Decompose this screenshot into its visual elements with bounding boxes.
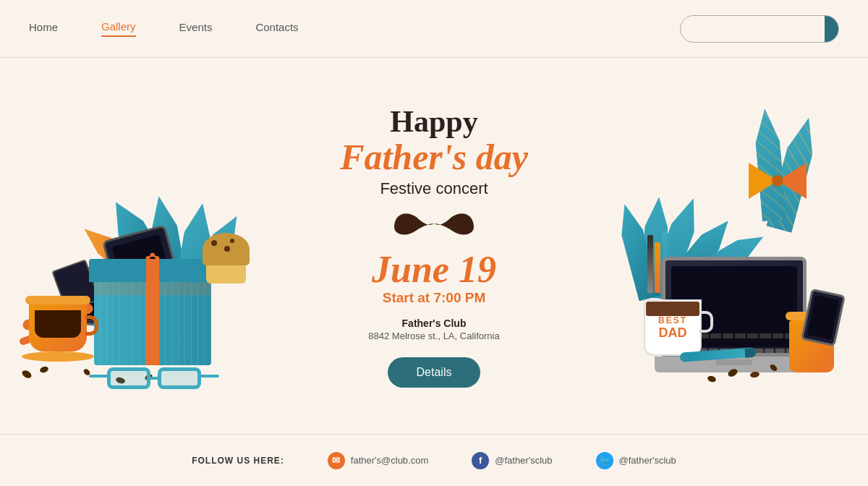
festive-label: Festive concert (318, 179, 550, 198)
venue-name: Father's Club (318, 317, 550, 329)
r-bean-3 (749, 371, 760, 378)
search-bar: Search (680, 15, 839, 43)
footer: FOLLOW US HERE: ✉ father's@club.com f @f… (0, 434, 868, 486)
facebook-icon: f (472, 452, 489, 469)
nav-events[interactable]: Events (179, 21, 213, 36)
follow-label: FOLLOW US HERE: (192, 456, 284, 466)
main-nav: Home Gallery Events Contacts (29, 20, 299, 37)
email-link[interactable]: father's@club.com (351, 455, 428, 466)
nav-gallery[interactable]: Gallery (101, 20, 136, 37)
time-label: Start at 7:00 PM (318, 290, 550, 306)
nav-home[interactable]: Home (29, 21, 58, 36)
glasses (107, 367, 201, 389)
gift-box: ✿ (94, 259, 216, 365)
facebook-item: f @father'sclub (472, 452, 552, 469)
twitter-icon: 🐦 (596, 452, 613, 469)
bean-2 (39, 365, 49, 374)
email-item: ✉ father's@club.com (328, 452, 428, 469)
left-illustration: ✿ (0, 58, 311, 434)
fathers-day-label: Father's day (318, 139, 550, 175)
bean-1 (21, 369, 33, 380)
muffin (203, 233, 250, 284)
best-dad-mug: BEST DAD (644, 299, 702, 356)
bow-tie (745, 159, 810, 205)
date-label: June 19 (318, 249, 550, 290)
mustache-icon (391, 205, 477, 242)
hero-content: Happy Father's day Festive concert June … (318, 104, 550, 388)
search-button[interactable]: Search (825, 15, 839, 43)
search-input[interactable] (681, 23, 825, 35)
nav-contacts[interactable]: Contacts (255, 21, 298, 36)
r-bean-2 (707, 375, 717, 383)
twitter-item: 🐦 @father'sclub (596, 452, 676, 469)
svg-point-2 (772, 175, 783, 187)
twitter-link[interactable]: @father'sclub (619, 455, 676, 466)
right-illustration: BEST DAD (557, 58, 868, 434)
header: Home Gallery Events Contacts Search (0, 0, 868, 58)
facebook-link[interactable]: @father'sclub (495, 455, 552, 466)
coffee-cup (29, 296, 94, 362)
details-button[interactable]: Details (388, 357, 481, 388)
happy-label: Happy (318, 104, 550, 139)
main-content: ✿ (0, 58, 868, 434)
venue-address: 8842 Melrose st., LA, California (318, 331, 550, 341)
email-icon: ✉ (328, 452, 345, 469)
